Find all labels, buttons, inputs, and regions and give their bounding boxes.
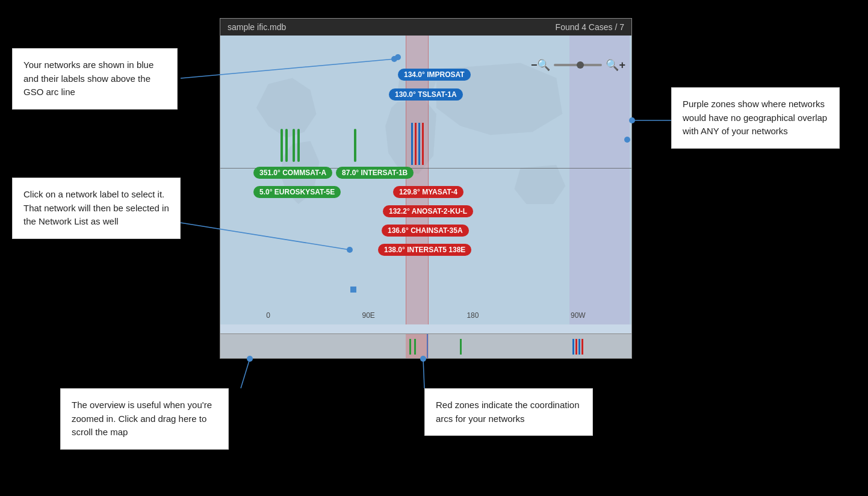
network-label-improsat[interactable]: 134.0° IMPROSAT <box>398 69 471 81</box>
tooltip-red-zones: Red zones indicate the coordination arcs… <box>424 388 593 436</box>
zoom-controls: −🔍 🔍+ <box>531 58 625 72</box>
tooltip-red-text: Red zones indicate the coordination arcs… <box>436 400 580 424</box>
map-header: sample ific.mdb Found 4 Cases / 7 <box>220 19 631 36</box>
overview-blue-line <box>427 334 428 358</box>
lon-180: 180 <box>467 311 479 320</box>
purple-no-overlap-zone <box>569 36 630 324</box>
network-label-tslsat[interactable]: 130.0° TSLSAT-1A <box>389 88 463 101</box>
zoom-out-button[interactable]: −🔍 <box>531 58 551 72</box>
zoom-in-button[interactable]: 🔍+ <box>606 58 625 72</box>
tick-blue-2 <box>418 123 420 165</box>
tooltip-overview-text: The overview is useful when you're zoome… <box>72 400 212 437</box>
lon-90e: 90E <box>362 311 375 320</box>
tooltip-purple-text: Purple zones show where networks would h… <box>683 99 827 136</box>
network-label-anosat[interactable]: 132.2° ANOSAT-2-KU-L <box>383 205 473 217</box>
ov-tick-r2 <box>581 339 583 355</box>
network-label-euroskysat[interactable]: 5.0° EUROSKYSAT-5E <box>253 186 341 198</box>
tooltip-click-text: Click on a network label to select it. T… <box>23 189 169 226</box>
ov-tick-3 <box>460 339 462 355</box>
lon-0: 0 <box>266 311 270 320</box>
gso-dot-center <box>350 287 356 293</box>
tooltip-blue-text: Your networks are shown in blue and thei… <box>23 60 153 97</box>
ov-tick-b1 <box>572 339 574 355</box>
purple-zone-dot <box>624 137 630 143</box>
tooltip-blue-networks: Your networks are shown in blue and thei… <box>12 48 178 110</box>
network-label-intersat1b[interactable]: 87.0° INTERSAT-1B <box>336 167 414 179</box>
ov-tick-r1 <box>575 339 577 355</box>
tick-green-1 <box>281 129 283 162</box>
ov-tick-b2 <box>578 339 580 355</box>
ov-tick-1 <box>409 339 411 355</box>
cases-found-label: Found 4 Cases / 7 <box>556 22 624 32</box>
tick-green-3 <box>293 129 295 162</box>
tick-blue-1 <box>411 123 413 165</box>
map-container: sample ific.mdb Found 4 Cases / 7 <box>220 18 632 352</box>
svg-line-4 <box>241 359 250 388</box>
map-world: 134.0° IMPROSAT 130.0° TSLSAT-1A 351.0° … <box>220 36 631 324</box>
network-label-commsat[interactable]: 351.0° COMMSAT-A <box>253 167 332 179</box>
network-label-intersat5[interactable]: 138.0° INTERSAT5 138E <box>378 244 471 256</box>
tick-red-2 <box>422 123 424 165</box>
network-label-chainsat[interactable]: 136.6° CHAINSAT-35A <box>382 225 469 237</box>
network-label-myasat[interactable]: 129.8° MYASAT-4 <box>393 186 463 198</box>
tooltip-purple-zones: Purple zones show where networks would h… <box>671 87 840 149</box>
tick-green-4 <box>297 129 300 162</box>
overview-strip[interactable] <box>220 333 632 359</box>
svg-line-6 <box>423 359 424 388</box>
tooltip-overview: The overview is useful when you're zoome… <box>60 388 229 450</box>
gso-dot-top <box>395 54 401 60</box>
tick-green-5 <box>354 129 356 162</box>
tick-red-1 <box>415 123 417 165</box>
tick-green-2 <box>285 129 288 162</box>
filename-label: sample ific.mdb <box>228 22 286 32</box>
lon-90w: 90W <box>571 311 586 320</box>
longitude-labels: 0 90E 180 90W <box>220 311 631 320</box>
tooltip-click-select: Click on a network label to select it. T… <box>12 178 181 239</box>
ov-tick-2 <box>414 339 416 355</box>
